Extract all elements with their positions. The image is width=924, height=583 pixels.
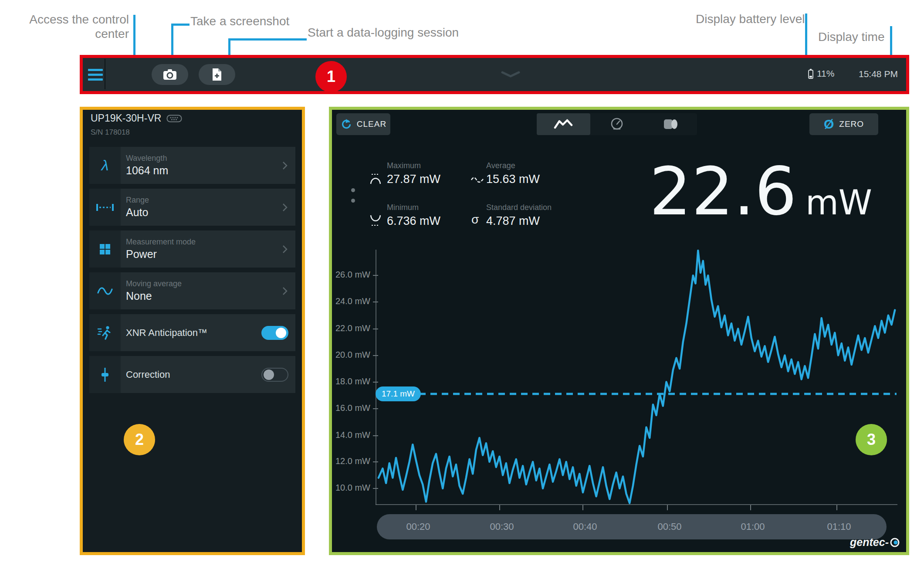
undo-icon xyxy=(340,119,352,130)
tutorial-page: Access the control center Take a screens… xyxy=(0,0,924,583)
time-axis-scrollbar[interactable]: 00:20 00:30 00:40 00:50 01:00 01:10 xyxy=(377,514,887,539)
brand-logo: gentec- xyxy=(850,536,900,549)
screenshot-button[interactable] xyxy=(152,64,188,85)
stddev-label: Standard deviation xyxy=(486,203,552,212)
setting-label: Range xyxy=(126,196,282,205)
chevron-right-icon xyxy=(282,230,295,268)
stats-handle-dot[interactable] xyxy=(351,199,355,203)
y-tick-label: 12.0 mW xyxy=(332,456,370,466)
measurement-display: CLEAR Ø xyxy=(329,107,909,555)
setting-value: Auto xyxy=(126,206,282,219)
setting-value: None xyxy=(126,290,282,302)
x-tick xyxy=(750,505,751,510)
toolbar-divider xyxy=(105,59,105,89)
range-icon xyxy=(89,189,121,226)
setting-measurement-mode[interactable]: Measurement mode Power xyxy=(89,230,295,268)
device-name: UP19K-30H-VR xyxy=(91,112,161,124)
x-tick-label: 01:00 xyxy=(733,521,772,532)
detector-icon xyxy=(663,118,678,130)
tab-detector-view[interactable] xyxy=(643,113,697,135)
x-tick-label: 01:10 xyxy=(819,521,859,532)
maximum-icon xyxy=(369,173,382,185)
clock-display: 15:48 PM xyxy=(859,69,898,79)
correction-toggle[interactable] xyxy=(261,368,288,382)
setting-correction[interactable]: Correction xyxy=(89,356,295,393)
threshold-marker[interactable]: 17.1 mW xyxy=(376,386,421,401)
battery-icon xyxy=(808,68,814,79)
grid-icon xyxy=(89,230,121,268)
annotation-datalog: Start a data-logging session xyxy=(308,25,459,40)
tab-gauge-view[interactable] xyxy=(590,113,644,135)
y-tick-label: 10.0 mW xyxy=(332,483,370,493)
y-tick-label: 14.0 mW xyxy=(332,430,370,440)
maximum-label: Maximum xyxy=(387,161,421,170)
step-badge-3: 3 xyxy=(856,424,887,455)
chevron-down-icon xyxy=(501,71,520,78)
gentec-eo-mark-icon xyxy=(890,537,900,548)
device-serial: S/N 178018 xyxy=(91,128,130,137)
reading-value: 22.6 xyxy=(649,159,796,225)
brand-text: gentec- xyxy=(850,536,889,549)
runner-icon xyxy=(89,314,121,351)
slider-icon xyxy=(89,356,121,393)
chevron-right-icon xyxy=(282,272,295,309)
device-settings-panel: UP19K-30H-VR S/N 178018 λ Wavelength 106… xyxy=(80,107,305,555)
stats-handle-dot[interactable] xyxy=(351,188,355,192)
toggle-label: Correction xyxy=(121,369,261,380)
setting-label: Wavelength xyxy=(126,154,282,163)
live-reading: 22.6 mW xyxy=(649,159,872,225)
battery-status: 11% xyxy=(808,68,834,79)
control-center-menu-button[interactable] xyxy=(88,67,104,82)
device-name-row: UP19K-30H-VR xyxy=(91,112,182,124)
x-tick-label: 00:50 xyxy=(650,521,689,532)
setting-xnr-anticipation[interactable]: XNR Anticipation™ xyxy=(89,314,295,351)
step-badge-2: 2 xyxy=(124,424,155,455)
minimum-icon xyxy=(369,214,382,227)
zero-button[interactable]: Ø ZERO xyxy=(809,113,878,135)
annotation-control-center: Access the control center xyxy=(13,12,129,41)
sine-wave-icon xyxy=(89,272,121,309)
y-tick-label: 20.0 mW xyxy=(332,350,370,360)
new-document-icon xyxy=(212,68,222,81)
top-toolbar: 11% 15:48 PM xyxy=(80,55,909,94)
setting-label: Measurement mode xyxy=(126,237,282,247)
setting-moving-average[interactable]: Moving average None xyxy=(89,272,295,309)
lambda-icon: λ xyxy=(89,147,121,184)
y-tick-label: 24.0 mW xyxy=(332,296,370,306)
zero-icon: Ø xyxy=(824,117,834,132)
x-tick-label: 00:30 xyxy=(482,521,521,532)
x-tick xyxy=(836,505,837,510)
average-icon xyxy=(470,176,484,184)
minimum-value: 6.736 mW xyxy=(387,214,440,228)
gauge-icon xyxy=(610,117,624,131)
y-tick-label: 22.0 mW xyxy=(332,323,370,333)
power-trace-chart xyxy=(376,248,898,505)
zero-label: ZERO xyxy=(839,119,864,129)
setting-range[interactable]: Range Auto xyxy=(89,189,295,226)
connector-icon xyxy=(166,115,182,122)
callout-line-screenshot-h xyxy=(171,24,190,26)
stddev-value: 4.787 mW xyxy=(486,214,540,228)
x-tick-label: 00:40 xyxy=(565,521,605,532)
datalog-button[interactable] xyxy=(199,64,235,85)
xnr-anticipation-toggle[interactable] xyxy=(261,326,288,340)
toolbar-expand-chevron[interactable] xyxy=(501,71,520,80)
threshold-value: 17.1 mW xyxy=(382,389,415,399)
x-tick xyxy=(667,505,668,510)
tab-chart-view[interactable] xyxy=(537,113,590,135)
reading-unit: mW xyxy=(806,186,872,220)
clear-button[interactable]: CLEAR xyxy=(336,113,390,135)
sigma-icon: σ xyxy=(471,213,479,227)
average-label: Average xyxy=(486,161,515,170)
annotation-time: Display time xyxy=(818,30,884,44)
maximum-value: 27.87 mW xyxy=(387,173,440,186)
setting-wavelength[interactable]: λ Wavelength 1064 nm xyxy=(89,147,295,184)
power-trace-line xyxy=(379,251,895,503)
x-tick xyxy=(499,505,500,510)
chevron-right-icon xyxy=(282,189,295,226)
x-tick xyxy=(416,505,416,510)
setting-value: 1064 nm xyxy=(126,164,282,177)
camera-icon xyxy=(163,69,177,80)
y-tick-label: 26.0 mW xyxy=(332,270,370,280)
x-tick xyxy=(582,505,583,510)
